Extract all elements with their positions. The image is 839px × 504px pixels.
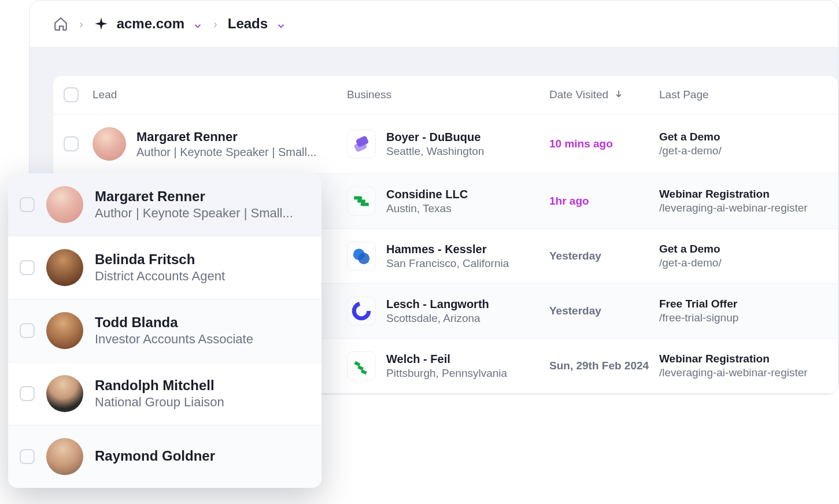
lead-name: Raymond Goldner (95, 448, 310, 464)
date-visited: Yesterday (549, 305, 659, 317)
svg-point-4 (354, 303, 369, 318)
column-date[interactable]: Date Visited (549, 88, 659, 101)
last-page-title: Webinar Registration (659, 353, 827, 365)
business-logo (347, 242, 376, 270)
list-item[interactable]: Margaret Renner Author | Keynote Speaker… (8, 173, 321, 236)
last-page-path: /leveraging-ai-webinar-register (659, 366, 827, 379)
lead-name: Margaret Renner (136, 129, 317, 144)
avatar (93, 127, 126, 161)
business-name: Lesch - Langworth (386, 298, 489, 311)
select-all-checkbox[interactable] (64, 87, 79, 102)
home-icon[interactable] (53, 16, 69, 32)
lead-title: Investor Accounts Associate (95, 332, 310, 347)
list-item[interactable]: Randolph Mitchell National Group Liaison (8, 362, 321, 425)
business-location: Austin, Texas (386, 202, 468, 215)
business-name: Hammes - Kessler (386, 243, 509, 256)
last-page-title: Get a Demo (659, 131, 827, 143)
list-item[interactable]: Belinda Fritsch District Accounts Agent (8, 236, 321, 299)
breadcrumb-site[interactable]: acme.com (94, 16, 203, 32)
row-checkbox[interactable] (20, 197, 35, 212)
business-logo (347, 351, 376, 380)
avatar (46, 375, 83, 412)
breadcrumb-section-label: Leads (228, 16, 268, 32)
lead-name: Randolph Mitchell (95, 377, 310, 394)
business-logo (347, 187, 376, 216)
row-checkbox[interactable] (20, 260, 35, 275)
lead-name: Todd Blanda (95, 314, 310, 331)
chevron-right-icon: › (213, 17, 217, 31)
business-location: San Francisco, California (386, 257, 509, 270)
chevron-down-icon (276, 18, 286, 29)
lead-title: District Accounts Agent (95, 269, 310, 284)
lead-name: Belinda Fritsch (95, 251, 310, 268)
business-location: Scottsdale, Arizona (386, 312, 489, 325)
date-visited: 1hr ago (549, 195, 659, 207)
business-name: Considine LLC (386, 188, 468, 201)
lead-title: Author | Keynote Speaker | Small... (95, 206, 310, 221)
date-visited: Sun, 29th Feb 2024 (549, 360, 659, 372)
lead-name: Margaret Renner (95, 188, 310, 205)
column-last-page[interactable]: Last Page (659, 88, 827, 101)
business-name: Boyer - DuBuque (386, 131, 484, 144)
last-page-path: /get-a-demo/ (659, 257, 827, 269)
list-item[interactable]: Todd Blanda Investor Accounts Associate (8, 299, 321, 362)
last-page-path: /leveraging-ai-webinar-register (659, 202, 827, 214)
business-logo (347, 297, 376, 325)
leads-overlay-panel: Margaret Renner Author | Keynote Speaker… (8, 173, 321, 488)
sparkle-icon (94, 16, 109, 31)
row-checkbox[interactable] (20, 386, 35, 401)
chevron-down-icon (193, 18, 203, 29)
avatar (46, 312, 83, 349)
date-visited: Yesterday (549, 250, 659, 262)
last-page-title: Webinar Registration (659, 188, 827, 201)
avatar (46, 249, 83, 286)
breadcrumb-section[interactable]: Leads (228, 16, 286, 32)
business-name: Welch - Feil (386, 353, 507, 366)
business-location: Seattle, Washington (386, 145, 484, 158)
avatar (46, 438, 83, 475)
chevron-right-icon: › (79, 17, 83, 31)
last-page-title: Get a Demo (659, 243, 827, 255)
business-logo (347, 129, 376, 158)
avatar (46, 186, 83, 223)
last-page-title: Free Trial Offer (659, 298, 827, 310)
business-location: Pittsburgh, Pennsylvania (386, 367, 507, 380)
date-visited: 10 mins ago (549, 138, 659, 150)
table-row[interactable]: Margaret Renner Author | Keynote Speaker… (53, 114, 838, 174)
breadcrumb: › acme.com › Leads (29, 1, 838, 47)
table-header: Lead Business Date Visited Last Page (53, 76, 838, 114)
lead-title: National Group Liaison (95, 395, 310, 410)
column-lead[interactable]: Lead (93, 88, 347, 101)
lead-title: Author | Keynote Speaker | Small... (136, 146, 317, 159)
last-page-path: /get-a-demo/ (659, 144, 827, 157)
row-checkbox[interactable] (64, 136, 79, 151)
last-page-path: /free-trial-signup (659, 312, 827, 324)
svg-point-3 (358, 253, 369, 264)
column-business[interactable]: Business (347, 88, 549, 101)
list-item[interactable]: Raymond Goldner (8, 425, 321, 488)
row-checkbox[interactable] (20, 323, 35, 338)
breadcrumb-site-label: acme.com (117, 16, 184, 32)
arrow-down-icon (614, 88, 623, 101)
row-checkbox[interactable] (20, 449, 35, 464)
